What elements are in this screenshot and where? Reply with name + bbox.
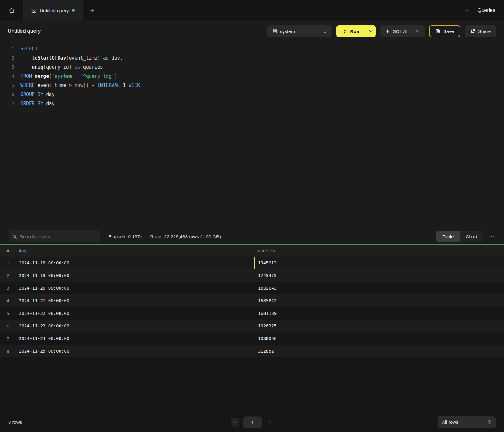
code-text: FROM merge('system', '^query_log')	[20, 72, 117, 81]
table-row[interactable]: 82024-11-25 00:00:00312882	[0, 345, 504, 357]
save-button-label: Save	[443, 29, 454, 34]
table-row[interactable]: 72024-11-24 00:00:001038066	[0, 332, 504, 345]
line-number: 5	[0, 81, 14, 90]
cell-queries[interactable]: 1685842	[255, 294, 487, 307]
code-text: ORDER BY day	[20, 99, 54, 108]
cell-queries[interactable]: 1745475	[255, 269, 487, 282]
row-index: 4	[0, 294, 16, 307]
cell-day[interactable]: 2024-11-22 00:00:00	[16, 307, 255, 320]
cell-day[interactable]: 2024-11-20 00:00:00	[16, 282, 255, 294]
rows-per-page-select[interactable]: All rows	[438, 416, 496, 428]
code-text: toStartOfDay(event_time) as day,	[20, 54, 123, 63]
cell-queries[interactable]: 1632043	[255, 282, 487, 294]
play-icon	[343, 29, 347, 34]
row-index: 3	[0, 282, 16, 294]
sql-ai-divider	[412, 28, 412, 34]
cell-queries[interactable]: 1345213	[255, 257, 487, 269]
share-button[interactable]: Share	[465, 25, 496, 37]
database-selector-value: system	[280, 29, 295, 34]
chevrons-up-down-icon	[323, 29, 327, 34]
row-gutter	[487, 332, 504, 345]
table-row[interactable]: 12024-11-18 00:00:001345213	[0, 257, 504, 269]
results-table-header: # day queries	[0, 245, 504, 257]
new-tab-button[interactable]: +	[83, 0, 102, 21]
chevron-down-icon	[416, 30, 420, 32]
line-number: 6	[0, 90, 14, 99]
cell-queries[interactable]: 1601189	[255, 307, 487, 320]
table-row[interactable]: 32024-11-20 00:00:001632043	[0, 282, 504, 294]
chevron-down-icon	[369, 30, 373, 32]
tabbar-right-group: ⋯ Queries	[463, 0, 504, 21]
row-index: 8	[0, 345, 16, 357]
cell-day[interactable]: 2024-11-24 00:00:00	[16, 332, 255, 345]
prev-page-button[interactable]: ‹	[231, 418, 239, 427]
line-number: 3	[0, 63, 14, 72]
search-results-box[interactable]	[9, 230, 100, 242]
share-button-label: Share	[478, 29, 491, 34]
row-index: 6	[0, 320, 16, 332]
current-page-button[interactable]: 1	[243, 416, 262, 428]
home-button[interactable]	[0, 0, 24, 21]
unsaved-indicator-dot	[72, 9, 75, 12]
sql-editor[interactable]: 1SELECT2 toStartOfDay(event_time) as day…	[0, 41, 504, 229]
code-line[interactable]: 4FROM merge('system', '^query_log')	[0, 72, 504, 81]
row-index: 2	[0, 269, 16, 282]
home-icon	[9, 7, 15, 14]
tab-bar: Untitled query + ⋯ Queries	[0, 0, 504, 21]
run-button[interactable]: Run	[336, 25, 366, 37]
table-row[interactable]: 22024-11-19 00:00:001745475	[0, 269, 504, 282]
save-button[interactable]: Save	[429, 25, 460, 37]
code-line[interactable]: 6GROUP BY day	[0, 90, 504, 99]
cell-queries[interactable]: 1026325	[255, 320, 487, 332]
row-gutter	[487, 320, 504, 332]
code-line[interactable]: 1SELECT	[0, 44, 504, 54]
header-queries[interactable]: queries	[255, 245, 487, 257]
tab-untitled-query[interactable]: Untitled query	[24, 0, 83, 21]
cell-day[interactable]: 2024-11-19 00:00:00	[16, 269, 255, 282]
tab-overflow-button[interactable]: ⋯	[463, 7, 469, 14]
run-button-group: Run	[336, 25, 376, 37]
view-toggle: Table Chart	[436, 231, 483, 242]
search-results-input[interactable]	[20, 234, 96, 239]
chevrons-up-down-icon	[488, 420, 491, 424]
cell-day[interactable]: 2024-11-18 00:00:00	[16, 257, 255, 269]
results-table-body: 12024-11-18 00:00:00134521322024-11-19 0…	[0, 257, 504, 357]
code-line[interactable]: 2 toStartOfDay(event_time) as day,	[0, 54, 504, 63]
elapsed-stat: Elapsed: 0.137s	[108, 234, 142, 239]
cell-day[interactable]: 2024-11-23 00:00:00	[16, 320, 255, 332]
pagination: ‹ 1 ›	[231, 416, 273, 428]
results-toolbar: Elapsed: 0.137s Read: 22,229,488 rows (1…	[0, 229, 504, 244]
toolbar-actions: system Run	[267, 25, 496, 37]
read-stat: Read: 22,229,488 rows (1.02 GB)	[150, 234, 221, 239]
code-line[interactable]: 5WHERE event_time > now() - INTERVAL 1 W…	[0, 81, 504, 90]
run-options-button[interactable]	[366, 25, 376, 37]
table-row[interactable]: 52024-11-22 00:00:001601189	[0, 307, 504, 320]
cell-day[interactable]: 2024-11-25 00:00:00	[16, 345, 255, 357]
row-gutter	[487, 269, 504, 282]
view-toggle-chart[interactable]: Chart	[460, 231, 483, 242]
header-day[interactable]: day	[16, 245, 255, 257]
sql-ai-button[interactable]: SQL AI	[380, 25, 425, 37]
code-line[interactable]: 3 uniq(query_id) as queries	[0, 63, 504, 72]
code-line[interactable]: 7ORDER BY day	[0, 99, 504, 108]
search-icon	[12, 234, 17, 239]
view-toggle-table[interactable]: Table	[436, 231, 460, 242]
row-gutter	[487, 257, 504, 269]
code-lines: 1SELECT2 toStartOfDay(event_time) as day…	[0, 44, 504, 108]
cell-queries[interactable]: 1038066	[255, 332, 487, 345]
queries-link[interactable]: Queries	[478, 8, 495, 13]
row-gutter	[487, 282, 504, 294]
row-index: 5	[0, 307, 16, 320]
sql-ai-label: SQL AI	[393, 29, 408, 34]
cell-day[interactable]: 2024-11-21 00:00:00	[16, 294, 255, 307]
table-row[interactable]: 42024-11-21 00:00:001685842	[0, 294, 504, 307]
results-footer: 8 rows ‹ 1 › All rows	[0, 412, 504, 432]
row-gutter	[487, 345, 504, 357]
row-count: 8 rows	[8, 419, 22, 425]
next-page-button[interactable]: ›	[266, 418, 273, 427]
cell-queries[interactable]: 312882	[255, 345, 487, 357]
table-row[interactable]: 62024-11-23 00:00:001026325	[0, 320, 504, 332]
results-empty-space	[0, 357, 504, 412]
database-selector[interactable]: system	[267, 25, 332, 37]
results-more-button[interactable]: ⋯	[488, 233, 496, 240]
